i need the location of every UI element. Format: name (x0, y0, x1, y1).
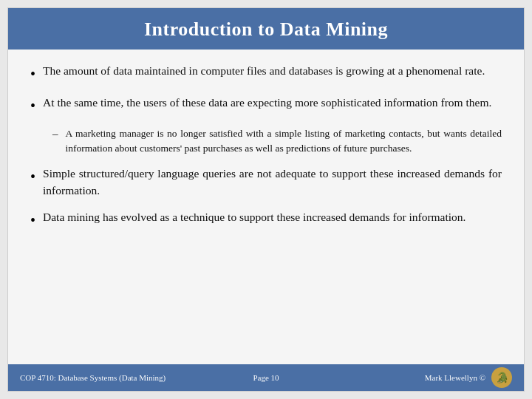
logo-glyph: 🐊 (496, 372, 508, 384)
bullet-item-2: • At the same time, the users of these d… (30, 95, 502, 116)
slide-header: Introduction to Data Mining (8, 8, 524, 50)
sub-dash-1: – (52, 126, 58, 142)
footer-course: COP 4710: Database Systems (Data Mining) (20, 373, 184, 382)
bullet-dot-4: • (30, 210, 35, 231)
slide: Introduction to Data Mining • The amount… (7, 7, 525, 392)
bullet-text-4: Data mining has evolved as a technique t… (43, 209, 466, 225)
bullet-item-1: • The amount of data maintained in compu… (30, 63, 502, 84)
footer-author: Mark Llewellyn © (425, 373, 485, 382)
slide-footer: COP 4710: Database Systems (Data Mining)… (8, 364, 524, 391)
bullet-text-3: Simple structured/query language queries… (43, 166, 502, 199)
bullet-dot-3: • (30, 166, 35, 187)
slide-title: Introduction to Data Mining (144, 18, 388, 40)
footer-page: Page 10 (184, 373, 348, 382)
bullet-item-3: • Simple structured/query language queri… (30, 166, 502, 199)
slide-content: • The amount of data maintained in compu… (8, 50, 524, 364)
footer-logo-icon: 🐊 (491, 367, 512, 388)
bullet-item-4: • Data mining has evolved as a technique… (30, 209, 502, 231)
bullet-text-2: At the same time, the users of these dat… (43, 95, 491, 111)
footer-right-section: Mark Llewellyn © 🐊 (348, 367, 512, 388)
bullet-dot-1: • (30, 64, 35, 84)
bullet-text-1: The amount of data maintained in compute… (43, 63, 485, 79)
sub-bullet-item-1: – A marketing manager is no longer satis… (30, 126, 502, 155)
sub-text-1: A marketing manager is no longer satisfi… (66, 126, 502, 155)
bullet-dot-2: • (30, 95, 35, 116)
